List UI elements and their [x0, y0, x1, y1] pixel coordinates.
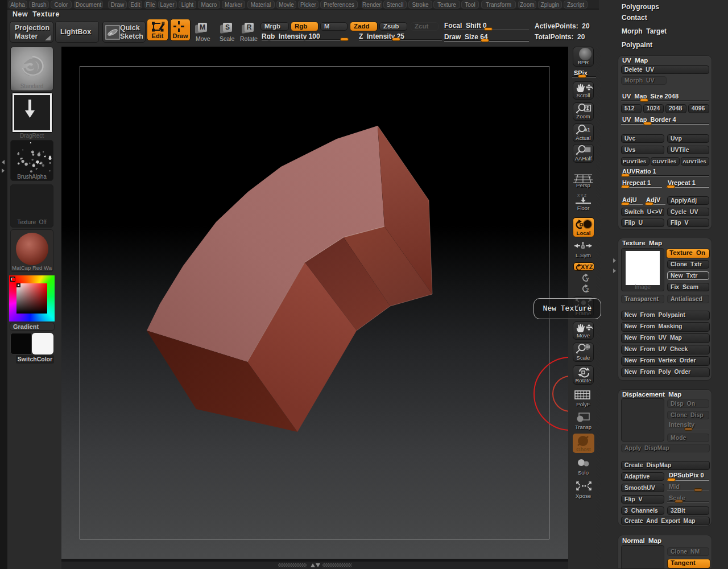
svg-text:x1: x1 — [585, 127, 590, 133]
svg-text:Z: Z — [586, 287, 589, 293]
svg-text:Y: Y — [586, 277, 589, 282]
svg-text:X Y Z: X Y Z — [577, 193, 586, 197]
